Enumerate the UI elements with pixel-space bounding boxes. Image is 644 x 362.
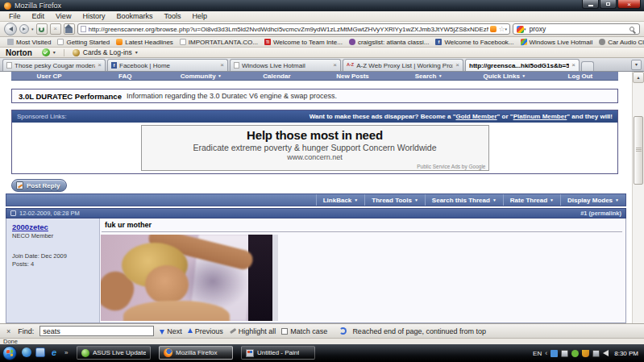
taskbar-button-firefox[interactable]: Mozilla Firefox bbox=[159, 346, 233, 360]
list-all-tabs-button[interactable]: ▾ bbox=[631, 60, 642, 70]
home-button[interactable] bbox=[64, 23, 75, 35]
tab-close-icon[interactable]: × bbox=[571, 62, 575, 69]
bookmark-latest-headlines[interactable]: Latest Headlines bbox=[113, 39, 177, 46]
find-previous-button[interactable]: Previous bbox=[188, 326, 223, 337]
menu-history[interactable]: History bbox=[77, 12, 110, 20]
menu-file[interactable]: File bbox=[3, 12, 27, 20]
tab-cougar-moderators[interactable]: Those pesky Cougar moderators - P... × bbox=[2, 59, 106, 71]
address-bar[interactable]: ☆ ▾ bbox=[77, 23, 510, 35]
tray-messenger-icon[interactable] bbox=[551, 350, 558, 357]
forum-nav-calendar[interactable]: Calendar bbox=[239, 72, 314, 80]
post-reply-button[interactable]: Post Reply bbox=[11, 179, 67, 192]
tray-security-icon[interactable] bbox=[582, 350, 589, 357]
menu-help[interactable]: Help bbox=[186, 12, 213, 20]
tab-close-icon[interactable]: × bbox=[98, 62, 102, 69]
match-case-checkbox[interactable]: Match case bbox=[281, 327, 327, 335]
tray-update-icon[interactable] bbox=[571, 350, 579, 357]
bookmark-hotmail[interactable]: Windows Live Hotmail bbox=[517, 39, 596, 46]
ad-attribution-link[interactable]: Public Service Ads by Google bbox=[417, 164, 485, 169]
forum-nav-new-posts[interactable]: New Posts bbox=[315, 72, 391, 80]
cards-dropdown-icon[interactable]: ▾ bbox=[135, 50, 138, 55]
thread-tools-menu[interactable]: Thread Tools▼ bbox=[364, 194, 425, 206]
forum-nav-quick-links[interactable]: Quick Links ▼ bbox=[467, 72, 542, 80]
bookmark-team-integra[interactable]: TIWelcome to Team Inte... bbox=[261, 39, 346, 46]
menu-tools[interactable]: Tools bbox=[158, 12, 186, 20]
navigation-toolbar: ▾ × ☆ ▾ ▾ bbox=[0, 22, 644, 37]
tab-facebook[interactable]: f Facebook | Home × bbox=[107, 59, 228, 71]
new-tab-button[interactable] bbox=[581, 61, 594, 71]
norton-dropdown-icon[interactable]: ▾ bbox=[53, 50, 56, 55]
taskbar-button-asus[interactable]: ASUS Live Update bbox=[77, 346, 151, 360]
search-thread-menu[interactable]: Search this Thread▼ bbox=[425, 194, 503, 206]
taskbar-button-paint[interactable]: Untitled - Paint bbox=[241, 346, 315, 360]
username-link[interactable]: 2000zetec bbox=[12, 223, 99, 231]
internet-explorer-icon[interactable]: e bbox=[49, 347, 59, 357]
highlight-all-button[interactable]: Highlight all bbox=[229, 327, 276, 335]
find-input[interactable] bbox=[39, 326, 154, 336]
cards-logins-button[interactable]: Cards & Log-ins bbox=[83, 48, 132, 56]
tray-collapse-icon[interactable]: ‹ bbox=[545, 349, 547, 357]
url-input[interactable] bbox=[89, 26, 489, 33]
tray-network-icon[interactable] bbox=[592, 350, 600, 357]
norton-status-icon[interactable] bbox=[42, 48, 50, 56]
rss-feed-icon[interactable] bbox=[490, 26, 497, 32]
forum-nav-usercp[interactable]: User CP bbox=[11, 72, 87, 80]
tab-close-icon[interactable]: × bbox=[333, 62, 337, 69]
tray-display-icon[interactable] bbox=[561, 350, 568, 357]
gold-member-link[interactable]: Gold Member bbox=[455, 113, 497, 120]
forum-nav-faq[interactable]: FAQ bbox=[87, 72, 163, 80]
search-bar[interactable]: ▾ bbox=[513, 23, 640, 35]
find-close-button[interactable]: × bbox=[5, 327, 12, 335]
taskbar-clock[interactable]: 8:30 PM bbox=[614, 350, 638, 357]
rate-thread-menu[interactable]: Rate Thread▼ bbox=[503, 194, 560, 206]
vertical-scrollbar[interactable]: ▲ bbox=[632, 72, 644, 324]
forum-nav-log-out[interactable]: Log Out bbox=[542, 72, 618, 80]
bookmark-star-icon[interactable]: ☆ bbox=[498, 26, 505, 33]
tab-greenscanner-active[interactable]: http://greensca...hki5odG1s&b=5 × bbox=[465, 59, 580, 71]
bookmark-facebook[interactable]: fWelcome to Facebook... bbox=[432, 39, 517, 46]
close-button[interactable]: × bbox=[617, 0, 641, 9]
reload-button[interactable] bbox=[36, 23, 48, 35]
forward-button[interactable] bbox=[19, 24, 29, 34]
bookmark-car-audio[interactable]: Car Audio Classifieds -... bbox=[596, 39, 644, 46]
scroll-up-button[interactable]: ▲ bbox=[633, 72, 644, 83]
bookmark-most-visited[interactable]: Most Visited bbox=[4, 39, 54, 46]
window-titlebar[interactable]: Mozilla Firefox × bbox=[0, 0, 644, 11]
linkback-menu[interactable]: LinkBack▼ bbox=[316, 194, 365, 206]
tab-close-icon[interactable]: × bbox=[220, 62, 224, 69]
minimize-button[interactable] bbox=[582, 0, 599, 9]
bookmark-craigslist[interactable]: craigslist: atlanta classi... bbox=[346, 39, 432, 46]
tab-hotmail[interactable]: Windows Live Hotmail × bbox=[230, 59, 341, 71]
permalink-link[interactable]: #1 (permalink) bbox=[580, 210, 621, 217]
messenger-icon[interactable] bbox=[22, 347, 31, 357]
search-icon[interactable] bbox=[629, 27, 634, 31]
scrollbar-thumb[interactable] bbox=[634, 116, 643, 185]
search-input[interactable] bbox=[526, 25, 629, 33]
tab-close-icon[interactable]: × bbox=[455, 62, 459, 69]
forum-nav-search[interactable]: Search ▼ bbox=[391, 72, 467, 80]
tab-proxy-list[interactable]: A-Z A-Z Web Proxy List | Working Proxies… bbox=[343, 59, 463, 71]
bookmark-importatlanta[interactable]: IMPORTATLANTA.CO... bbox=[177, 39, 261, 46]
quick-launch-overflow-icon[interactable]: » bbox=[64, 349, 68, 356]
bookmark-getting-started[interactable]: Getting Started bbox=[54, 39, 113, 46]
stop-button[interactable]: × bbox=[50, 23, 61, 35]
restore-button[interactable] bbox=[600, 0, 617, 9]
find-next-button[interactable]: Next bbox=[160, 326, 182, 337]
back-button[interactable] bbox=[4, 23, 17, 35]
menu-edit[interactable]: Edit bbox=[27, 12, 51, 20]
ad-headline-link[interactable]: Help those most in need bbox=[142, 128, 488, 142]
document-icon[interactable] bbox=[35, 347, 45, 357]
start-button[interactable] bbox=[2, 346, 17, 360]
history-dropdown[interactable]: ▾ bbox=[31, 27, 34, 31]
display-modes-menu[interactable]: Display Modes▼ bbox=[560, 194, 625, 206]
url-dropdown-icon[interactable]: ▾ bbox=[505, 27, 507, 31]
forum-nav-community[interactable]: Community ▼ bbox=[163, 72, 239, 80]
menu-bookmarks[interactable]: Bookmarks bbox=[110, 12, 158, 20]
section-title[interactable]: 3.0L DURATEC Performance bbox=[19, 92, 122, 101]
ad-url-link[interactable]: www.concern.net bbox=[142, 153, 488, 161]
language-indicator[interactable]: EN bbox=[533, 350, 542, 357]
platinum-member-link[interactable]: Platinum Member bbox=[513, 113, 567, 120]
menu-view[interactable]: View bbox=[50, 12, 77, 20]
tray-volume-icon[interactable] bbox=[603, 350, 609, 356]
google-engine-icon[interactable] bbox=[517, 26, 524, 33]
